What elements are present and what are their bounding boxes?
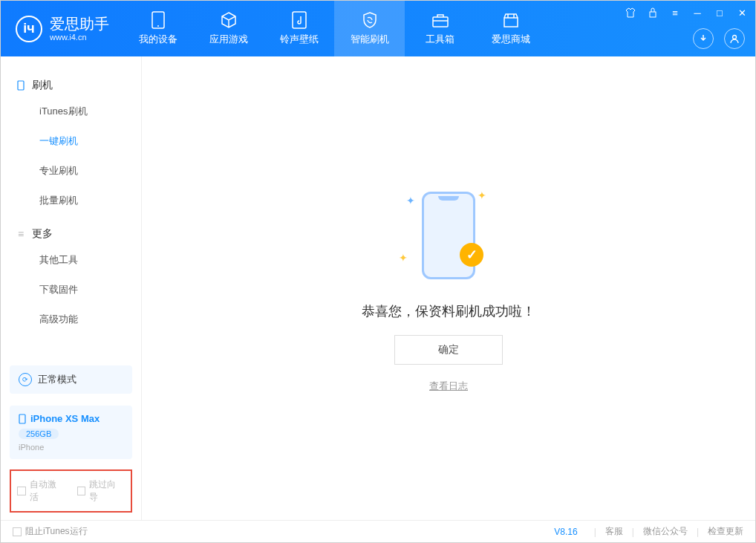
checkbox-icon: [17, 487, 26, 495]
close-button[interactable]: ✕: [734, 5, 749, 20]
svg-rect-3: [433, 17, 448, 27]
logo-text: 爱思助手 www.i4.cn: [50, 15, 109, 42]
shirt-icon[interactable]: [623, 5, 638, 20]
checkbox-label: 自动激活: [30, 478, 65, 504]
minimize-button[interactable]: ─: [690, 5, 705, 20]
tab-toolbox[interactable]: 工具箱: [405, 1, 475, 56]
nav-batch-flash[interactable]: 批量刷机: [1, 186, 141, 215]
tab-my-device[interactable]: 我的设备: [123, 1, 193, 56]
check-update-link[interactable]: 检查更新: [708, 525, 743, 538]
phone-illustration: [422, 192, 475, 279]
device-name-row: iPhone XS Max: [19, 413, 123, 424]
phone-notch: [438, 196, 459, 201]
user-button[interactable]: [724, 28, 745, 49]
device-name: iPhone XS Max: [30, 413, 100, 424]
checkbox-label: 阻止iTunes运行: [25, 525, 88, 538]
svg-rect-2: [293, 12, 306, 28]
logo-icon: iч: [16, 16, 42, 42]
device-mode-box[interactable]: ⟳ 正常模式: [10, 365, 132, 394]
tab-label: 爱思商城: [492, 33, 530, 46]
app-url: www.i4.cn: [50, 33, 109, 42]
tab-label: 工具箱: [426, 33, 454, 46]
menu-icon[interactable]: ≡: [668, 5, 682, 20]
svg-rect-6: [18, 81, 24, 90]
nav-itunes-flash[interactable]: iTunes刷机: [1, 97, 141, 126]
checkmark-badge-icon: ✓: [460, 243, 483, 267]
tab-label: 智能刷机: [351, 33, 389, 46]
device-icon: [149, 11, 167, 29]
footer: 阻止iTunes运行 V8.16 | 客服 | 微信公众号 | 检查更新: [1, 520, 755, 542]
checkbox-icon: [77, 487, 86, 495]
nav-advanced[interactable]: 高级功能: [1, 305, 141, 334]
tab-label: 铃声壁纸: [280, 33, 319, 46]
list-icon: ≡: [16, 229, 26, 239]
svg-point-5: [733, 36, 737, 39]
mode-icon: ⟳: [19, 373, 32, 386]
refresh-shield-icon: [361, 11, 379, 29]
checkbox-block-itunes[interactable]: 阻止iTunes运行: [13, 525, 88, 538]
checkbox-auto-activate[interactable]: 自动激活: [17, 478, 65, 504]
tab-store[interactable]: 爱思商城: [475, 1, 546, 56]
lock-icon[interactable]: [645, 5, 660, 20]
download-button[interactable]: [693, 28, 714, 49]
logo-area: iч 爱思助手 www.i4.cn: [1, 15, 123, 42]
svg-rect-7: [19, 414, 25, 423]
maximize-button[interactable]: □: [712, 5, 727, 20]
nav-download-firmware[interactable]: 下载固件: [1, 275, 141, 305]
confirm-button[interactable]: 确定: [394, 335, 503, 365]
device-info-box[interactable]: iPhone XS Max 256GB iPhone: [10, 406, 132, 459]
window-controls: ≡ ─ □ ✕: [623, 5, 749, 20]
footer-links: V8.16 | 客服 | 微信公众号 | 检查更新: [554, 525, 743, 538]
svg-rect-4: [650, 12, 656, 17]
nav-other-tools[interactable]: 其他工具: [1, 245, 141, 275]
device-type: iPhone: [19, 443, 123, 452]
wechat-link[interactable]: 微信公众号: [643, 525, 688, 538]
support-link[interactable]: 客服: [605, 525, 623, 538]
titlebar-right-icons: [693, 28, 745, 49]
success-message: 恭喜您，保资料刷机成功啦！: [362, 302, 535, 320]
tab-apps-games[interactable]: 应用游戏: [193, 1, 264, 56]
view-log-link[interactable]: 查看日志: [429, 380, 468, 393]
sparkle-icon: ✦: [399, 252, 408, 264]
checkbox-skip-guide[interactable]: 跳过向导: [77, 478, 126, 504]
app-name: 爱思助手: [50, 15, 109, 33]
content-area: ✦ ✦ ✦ ✓ 恭喜您，保资料刷机成功啦！ 确定 查看日志: [142, 56, 755, 520]
sidebar-section-more: ≡ 更多: [1, 223, 141, 245]
main-tabs: 我的设备 应用游戏 铃声壁纸 智能刷机 工具箱 爱思商城: [123, 1, 546, 56]
section-label: 刷机: [32, 79, 53, 92]
titlebar: iч 爱思助手 www.i4.cn 我的设备 应用游戏 铃声壁纸 智能刷机 工具…: [1, 1, 755, 56]
music-file-icon: [290, 11, 308, 29]
svg-point-1: [157, 25, 159, 27]
toolbox-icon: [431, 11, 449, 29]
sparkle-icon: ✦: [406, 195, 415, 207]
device-capacity: 256GB: [19, 429, 59, 439]
cube-icon: [220, 11, 238, 29]
phone-icon: [16, 80, 26, 91]
store-icon: [502, 11, 520, 29]
main-area: 刷机 iTunes刷机 一键刷机 专业刷机 批量刷机 ≡ 更多 其他工具 下载固…: [1, 56, 755, 520]
sidebar: 刷机 iTunes刷机 一键刷机 专业刷机 批量刷机 ≡ 更多 其他工具 下载固…: [1, 56, 142, 520]
success-illustration: ✦ ✦ ✦ ✓: [393, 183, 504, 287]
checkbox-icon: [13, 527, 22, 536]
tab-smart-flash[interactable]: 智能刷机: [334, 1, 405, 56]
checkbox-label: 跳过向导: [89, 478, 125, 504]
sparkle-icon: ✦: [478, 189, 486, 201]
version-label: V8.16: [554, 527, 577, 537]
device-mode-label: 正常模式: [38, 373, 76, 386]
nav-pro-flash[interactable]: 专业刷机: [1, 156, 141, 186]
phone-icon: [19, 414, 26, 424]
section-label: 更多: [32, 227, 53, 241]
tab-ringtones[interactable]: 铃声壁纸: [264, 1, 334, 56]
sidebar-section-flash: 刷机: [1, 74, 141, 97]
tab-label: 应用游戏: [209, 33, 248, 46]
highlighted-checkbox-row: 自动激活 跳过向导: [10, 469, 132, 513]
tab-label: 我的设备: [139, 33, 177, 46]
nav-oneclick-flash[interactable]: 一键刷机: [1, 126, 141, 156]
